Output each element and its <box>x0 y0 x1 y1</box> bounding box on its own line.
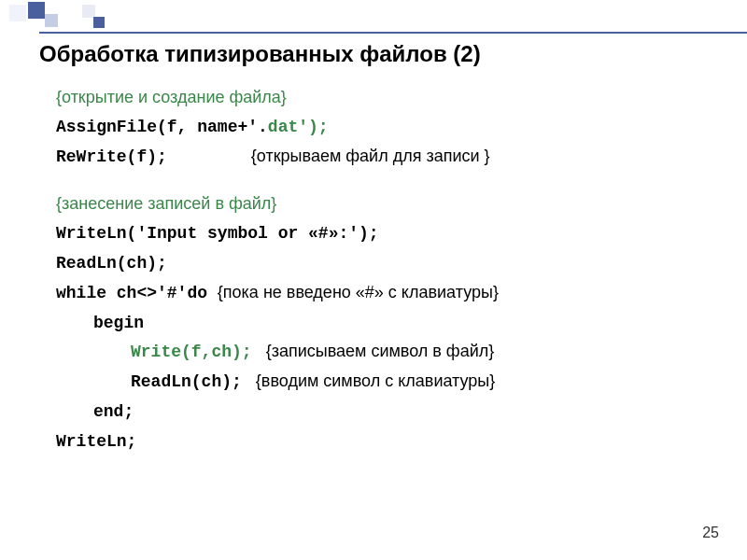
code-line: ReadLn(ch); <box>131 372 242 391</box>
code-line: WriteLn('Input symbol or «#»:'); <box>56 224 379 243</box>
deco-square <box>28 2 45 19</box>
deco-square <box>82 5 95 18</box>
code-annotation: {записываем символ в файл} <box>266 342 495 360</box>
deco-line <box>39 32 747 34</box>
deco-square <box>45 14 58 27</box>
code-annotation: {вводим символ с клавиатуры} <box>256 371 495 390</box>
code-line: Write(f,ch); <box>131 343 252 361</box>
code-annotation: {пока не введено «#» с клавиатуры} <box>218 283 499 301</box>
code-comment: {занесение записей в файл} <box>56 194 276 213</box>
code-line: ReWrite(f); <box>56 147 167 166</box>
code-comment: {открытие и создание файла} <box>56 88 287 106</box>
code-line: begin <box>93 314 144 332</box>
code-line: end; <box>93 402 134 421</box>
slide-title: Обработка типизированных файлов (2) <box>39 41 481 67</box>
code-line: while ch<>'#'do <box>56 284 218 302</box>
deco-square <box>9 5 26 21</box>
slide-decoration <box>0 0 747 37</box>
deco-square <box>93 17 105 28</box>
code-line: AssignFile(f, name+'. <box>56 118 268 136</box>
code-line: dat'); <box>268 118 329 136</box>
code-annotation: {открываем файл для записи } <box>251 147 490 165</box>
slide-content: {открытие и создание файла} AssignFile(f… <box>56 84 710 457</box>
code-line: WriteLn; <box>56 432 136 451</box>
page-number: 25 <box>702 525 719 541</box>
code-line: ReadLn(ch); <box>56 254 167 273</box>
